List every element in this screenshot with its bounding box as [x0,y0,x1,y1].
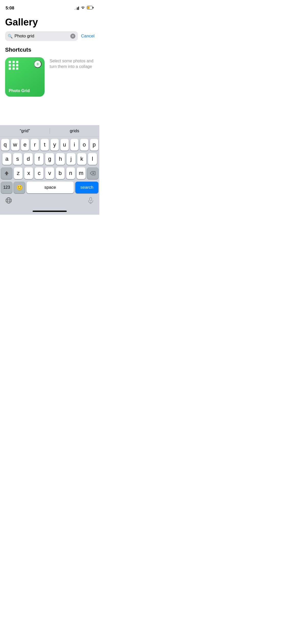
key-a[interactable]: a [2,153,11,165]
key-l[interactable]: l [88,153,97,165]
key-d[interactable]: d [24,153,33,165]
status-icons [74,6,94,10]
wifi-icon [81,6,85,10]
shortcut-row: + Photo Grid Select some photos and turn… [5,57,94,97]
key-row-2: a s d f g h j k l [1,153,98,165]
predictive-bar: “grid” grids [0,125,99,137]
key-x[interactable]: x [24,167,33,179]
predictive-word-1[interactable]: grids [50,128,99,134]
key-t[interactable]: t [40,139,49,151]
keyboard-rows: q w e r t y u i o p a s d f g h j k l [0,137,99,194]
key-n[interactable]: n [66,167,75,179]
status-time: 5:08 [6,6,14,11]
shift-key[interactable] [1,167,12,179]
key-w[interactable]: w [11,139,19,151]
number-key[interactable]: 123 [1,182,12,193]
key-row-1: q w e r t y u i o p [1,139,98,151]
key-b[interactable]: b [56,167,65,179]
microphone-icon[interactable] [85,195,96,206]
key-f[interactable]: f [34,153,44,165]
keyboard-bottom-row [0,194,99,208]
svg-rect-1 [93,7,93,8]
search-bar-icon: 🔍 [8,34,13,39]
search-bar: 🔍 ✕ [5,31,78,41]
key-z[interactable]: z [14,167,23,179]
emoji-key[interactable]: 🙂 [14,182,25,193]
battery-icon [87,6,94,10]
key-y[interactable]: y [50,139,59,151]
key-v[interactable]: v [45,167,54,179]
shortcuts-section-title: Shortcuts [5,47,94,53]
globe-icon[interactable] [3,195,14,206]
search-key[interactable]: search [75,182,98,193]
key-u[interactable]: u [60,139,69,151]
signal-icon [74,7,79,10]
svg-rect-9 [90,197,92,201]
key-p[interactable]: p [90,139,98,151]
key-i[interactable]: i [70,139,79,151]
key-h[interactable]: h [56,153,65,165]
key-j[interactable]: j [66,153,76,165]
key-s[interactable]: s [13,153,22,165]
shortcut-description: Select some photos and turn them into a … [50,58,94,69]
key-g[interactable]: g [45,153,54,165]
shortcuts-section: Shortcuts + Photo Grid Sele [5,47,94,97]
key-k[interactable]: k [77,153,86,165]
home-indicator [0,208,99,215]
key-q[interactable]: q [1,139,9,151]
key-r[interactable]: r [31,139,39,151]
keyboard-area: “grid” grids q w e r t y u i o p a s d f… [0,125,99,215]
svg-point-5 [6,198,11,203]
delete-key[interactable] [87,167,98,179]
predictive-word-0[interactable]: “grid” [0,128,50,134]
status-bar: 5:08 [0,0,99,13]
key-row-3: z x c v b n m [1,167,98,179]
search-row: 🔍 ✕ Cancel [5,31,94,41]
home-pill [33,211,67,212]
photo-grid-icon [9,61,19,70]
key-c[interactable]: c [35,167,44,179]
svg-rect-2 [87,7,89,9]
search-clear-button[interactable]: ✕ [70,34,75,39]
key-row-4: 123 🙂 space search [1,182,98,193]
space-key[interactable]: space [26,182,74,193]
page-title: Gallery [5,17,94,28]
svg-point-6 [7,198,10,203]
shortcut-card-photo-grid[interactable]: + Photo Grid [5,57,45,97]
key-e[interactable]: e [21,139,29,151]
key-m[interactable]: m [77,167,86,179]
cancel-button[interactable]: Cancel [81,34,94,39]
add-shortcut-button[interactable]: + [34,60,42,68]
search-input[interactable] [15,34,69,39]
key-o[interactable]: o [80,139,88,151]
shortcut-card-label: Photo Grid [9,89,30,93]
